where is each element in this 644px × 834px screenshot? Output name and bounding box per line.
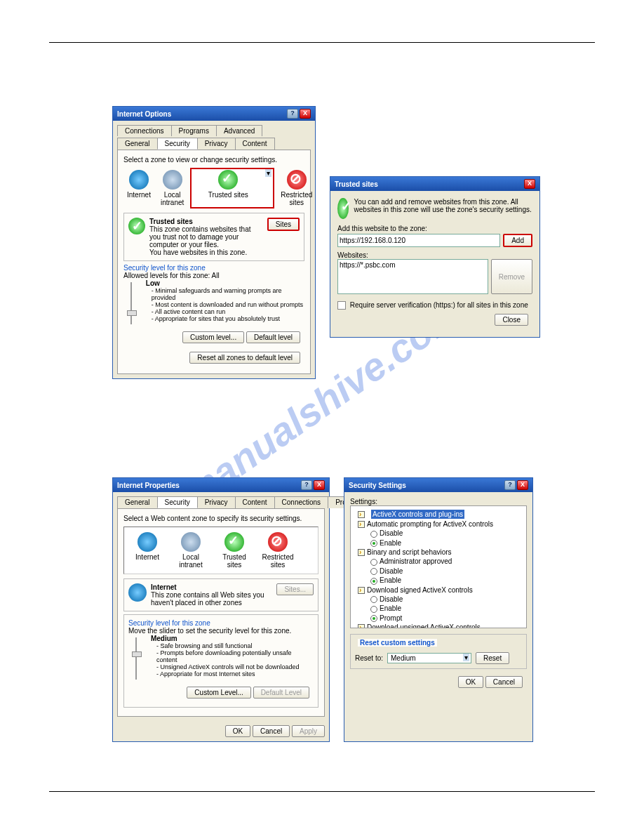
help-icon[interactable]: ? — [504, 480, 516, 490]
close-button[interactable]: Close — [495, 314, 528, 326]
radio-icon[interactable] — [370, 559, 377, 566]
globe-icon — [128, 583, 147, 602]
settings-radio[interactable]: Prompt — [370, 614, 523, 623]
titlebar[interactable]: Internet Properties ? X — [113, 478, 329, 492]
websites-list[interactable]: https://*.psbc.com — [337, 259, 488, 294]
radio-icon[interactable] — [370, 568, 377, 575]
help-icon[interactable]: ? — [287, 109, 298, 119]
close-icon[interactable]: X — [300, 109, 311, 119]
radio-label: Disable — [380, 567, 403, 575]
zone-trusted-sites[interactable]: Trusted sites — [214, 530, 255, 571]
default-level-button[interactable]: Default Level — [253, 687, 309, 699]
custom-level-button[interactable]: Custom level... — [182, 331, 244, 343]
settings-radio[interactable]: Enable — [370, 604, 523, 613]
check-icon — [128, 218, 145, 234]
tab-row: General Security Privacy Content Connect… — [117, 496, 325, 508]
radio-icon[interactable] — [370, 606, 377, 613]
settings-radio[interactable]: Administrator approved — [370, 557, 523, 566]
add-button[interactable]: Add — [503, 234, 532, 247]
titlebar[interactable]: Internet Options ? X — [113, 107, 315, 121]
apply-button[interactable]: Apply — [292, 725, 325, 737]
dialog-trusted-sites: Trusted sites X You can add and remove w… — [330, 176, 540, 338]
settings-heading-label: Automatic prompting for ActiveX controls — [367, 520, 493, 528]
settings-radio[interactable]: Enable — [370, 538, 523, 548]
tab-programs[interactable]: Programs — [171, 125, 217, 136]
security-slider[interactable] — [135, 637, 144, 680]
radio-label: Disable — [380, 529, 403, 537]
title: Trusted sites — [335, 180, 378, 188]
tab-security[interactable]: Security — [157, 496, 198, 508]
tab-general[interactable]: General — [117, 138, 158, 150]
zone-label: Trusted sites — [208, 191, 248, 199]
tab-content[interactable]: Content — [235, 496, 275, 508]
close-icon[interactable]: X — [314, 480, 325, 490]
dialog-internet-properties: Internet Properties ? X General Security… — [112, 477, 330, 742]
require-https-checkbox[interactable] — [337, 301, 346, 310]
settings-heading-label: ActiveX controls and plug-ins — [371, 510, 464, 519]
settings-radio[interactable]: Disable — [370, 567, 523, 576]
list-item[interactable]: https://*.psbc.com — [340, 261, 395, 269]
select-zone-label: Select a zone to view or change security… — [123, 156, 304, 164]
level-line: - Minimal safeguards and warning prompts… — [152, 287, 304, 301]
zone-label: Internet — [127, 191, 151, 199]
titlebar[interactable]: Security Settings ? X — [344, 478, 532, 492]
settings-tree[interactable]: ActiveX controls and plug-insAutomatic p… — [350, 505, 527, 628]
close-icon[interactable]: X — [517, 480, 528, 490]
zone-local-intranet[interactable]: Local intranet — [157, 168, 187, 208]
group-text: This zone contains websites that you tru… — [149, 225, 263, 249]
tab-security[interactable]: Security — [157, 138, 198, 150]
ok-button[interactable]: OK — [225, 725, 250, 737]
radio-icon[interactable] — [370, 615, 377, 622]
reset-group-label: Reset custom settings — [358, 639, 437, 647]
settings-radio[interactable]: Enable — [370, 576, 523, 585]
cancel-button[interactable]: Cancel — [253, 725, 290, 737]
settings-label: Settings: — [350, 498, 527, 505]
tab-connections[interactable]: Connections — [274, 496, 329, 508]
titlebar[interactable]: Trusted sites X — [330, 177, 539, 191]
dialog-security-settings: Security Settings ? X Settings: ActiveX … — [344, 477, 533, 742]
close-icon[interactable]: X — [524, 179, 535, 189]
settings-heading-label: Binary and script behaviors — [367, 548, 452, 556]
tab-privacy[interactable]: Privacy — [197, 496, 236, 508]
zone-restricted-sites[interactable]: Restricted sites — [277, 168, 316, 208]
help-icon[interactable]: ? — [301, 480, 312, 490]
tab-privacy[interactable]: Privacy — [197, 138, 236, 150]
zone-trusted-sites[interactable]: Trusted sites — [190, 168, 274, 208]
tab-content[interactable]: Content — [235, 138, 275, 150]
zone-internet[interactable]: Internet — [127, 530, 168, 571]
cancel-button[interactable]: Cancel — [485, 676, 523, 688]
settings-radio[interactable]: Disable — [370, 595, 523, 604]
radio-icon[interactable] — [370, 540, 377, 547]
title: Security Settings — [349, 482, 406, 489]
reset-all-button[interactable]: Reset all zones to default level — [189, 352, 300, 364]
radio-icon[interactable] — [370, 596, 377, 603]
add-website-input[interactable] — [337, 234, 500, 247]
settings-heading: Binary and script behaviors — [358, 548, 523, 557]
reset-to-select[interactable]: Medium — [387, 653, 471, 663]
zone-label: Local intranet — [179, 553, 202, 569]
reset-button[interactable]: Reset — [476, 652, 509, 664]
tab-advanced[interactable]: Advanced — [216, 125, 262, 136]
custom-level-button[interactable]: Custom Level... — [187, 687, 250, 699]
tab-connections[interactable]: Connections — [117, 125, 172, 136]
require-label: Require server verification (https:) for… — [350, 301, 528, 309]
security-level-label: Security level for this zone — [123, 264, 304, 272]
level-name: Medium — [151, 635, 177, 642]
zone-internet[interactable]: Internet — [123, 168, 154, 208]
zone-label: Internet — [135, 553, 159, 561]
ok-button[interactable]: OK — [458, 676, 483, 688]
radio-icon[interactable] — [370, 531, 377, 538]
tab-general[interactable]: General — [117, 496, 158, 508]
setting-icon — [358, 511, 365, 518]
check-icon — [337, 198, 349, 219]
zone-restricted-sites[interactable]: Restricted sites — [257, 530, 298, 571]
security-slider[interactable] — [130, 282, 139, 324]
settings-radio[interactable]: Disable — [370, 529, 523, 538]
default-level-button[interactable]: Default level — [246, 331, 300, 343]
remove-button[interactable]: Remove — [491, 259, 532, 294]
sites-button[interactable]: Sites — [267, 218, 300, 231]
zone-label: Restricted sites — [281, 191, 312, 206]
radio-icon[interactable] — [370, 578, 377, 585]
sites-button[interactable]: Sites... — [276, 583, 314, 595]
zone-local-intranet[interactable]: Local intranet — [170, 530, 211, 571]
